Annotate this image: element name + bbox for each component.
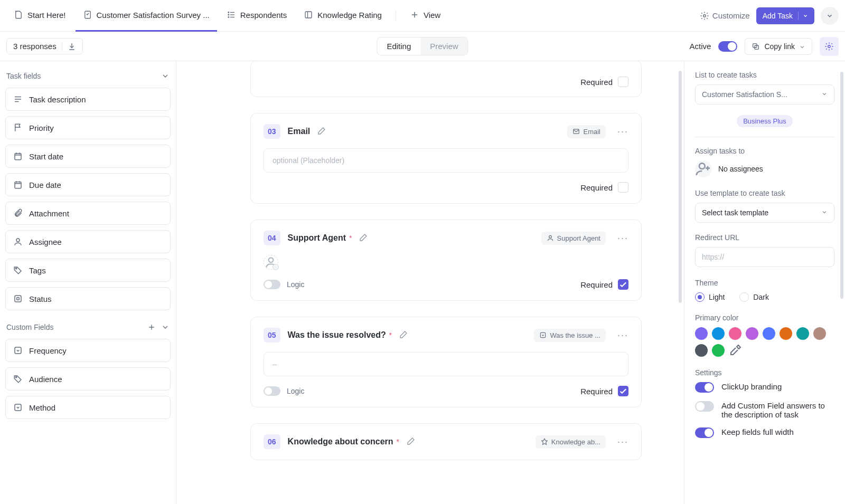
add-task-button[interactable]: Add Task [756, 7, 814, 24]
question-card-issue-resolved[interactable]: 05 Was the issue resolved? * Was the iss… [250, 317, 642, 407]
expand-button[interactable] [821, 7, 839, 25]
scrollbar[interactable] [840, 72, 843, 299]
preview-tab[interactable]: Preview [420, 37, 467, 55]
editing-tab[interactable]: Editing [377, 37, 420, 55]
field-tags[interactable]: Tags [5, 259, 171, 282]
full-width-toggle[interactable] [695, 427, 714, 438]
field-label: Task description [29, 95, 86, 104]
logic-toggle[interactable] [264, 280, 280, 289]
divider [396, 11, 396, 21]
form-canvas: Required 03 Email Email ··· optional (Pl… [176, 61, 684, 504]
cf-description-toggle[interactable] [695, 401, 714, 412]
tab-knowledge-rating[interactable]: Knowledge Rating [296, 0, 389, 32]
more-icon[interactable]: ··· [617, 436, 628, 448]
field-type-chip[interactable]: Email [567, 125, 606, 138]
assignee-select[interactable]: No assignees [695, 160, 834, 177]
svg-rect-10 [15, 182, 21, 188]
theme-light[interactable]: Light [695, 292, 725, 302]
custom-field-frequency[interactable]: Frequency [5, 339, 171, 362]
select-input[interactable]: – [264, 352, 628, 376]
more-icon[interactable]: ··· [617, 126, 628, 137]
field-due-date[interactable]: Due date [5, 173, 171, 196]
edit-icon[interactable] [399, 330, 408, 340]
custom-fields-header[interactable]: Custom Fields [5, 320, 171, 339]
template-select[interactable]: Select task template [695, 203, 834, 223]
theme-dark-label: Dark [753, 293, 769, 301]
plus-icon[interactable] [147, 323, 156, 331]
svg-point-11 [16, 239, 20, 242]
customize-button[interactable]: Customize [700, 11, 750, 21]
tab-label: Knowledge Rating [317, 11, 382, 20]
color-swatch[interactable] [712, 344, 725, 357]
add-view-button[interactable]: View [402, 0, 448, 32]
color-swatch[interactable] [729, 327, 741, 340]
color-swatch[interactable] [796, 327, 809, 340]
task-fields-header[interactable]: Task fields [5, 69, 171, 88]
svg-point-2 [228, 14, 229, 15]
question-card-support-agent[interactable]: 04 Support Agent * Support Agent ··· Log… [250, 220, 642, 301]
field-attachment[interactable]: Attachment [5, 202, 171, 225]
required-checkbox[interactable] [618, 386, 628, 396]
field-type-chip[interactable]: Support Agent [541, 232, 606, 245]
field-start-date[interactable]: Start date [5, 145, 171, 168]
edit-icon[interactable] [317, 127, 326, 137]
chevron-down-icon [799, 43, 805, 50]
color-picker-icon[interactable] [729, 344, 741, 357]
active-toggle[interactable] [718, 41, 737, 52]
required-checkbox[interactable] [618, 182, 628, 193]
question-card-knowledge[interactable]: 06 Knowledge about concern * Knowledge a… [250, 423, 642, 460]
scrollbar[interactable] [679, 71, 682, 303]
mail-icon [572, 128, 580, 135]
color-swatch[interactable] [813, 327, 826, 340]
required-star: * [347, 234, 352, 242]
branding-toggle[interactable] [695, 382, 714, 393]
color-swatch[interactable] [712, 327, 725, 340]
placeholder-input[interactable]: optional (Placeholder) [264, 148, 628, 173]
question-card[interactable]: Required [250, 61, 642, 97]
theme-dark[interactable]: Dark [739, 292, 769, 302]
dropdown-icon [13, 403, 23, 412]
edit-icon[interactable] [359, 233, 368, 243]
edit-icon[interactable] [407, 437, 415, 447]
tab-start-here[interactable]: Start Here! [6, 0, 73, 32]
form-settings-button[interactable] [820, 37, 839, 56]
required-label: Required [580, 280, 613, 289]
question-card-email[interactable]: 03 Email Email ··· optional (Placeholder… [250, 113, 642, 204]
color-swatch[interactable] [763, 327, 775, 340]
list-select[interactable]: Customer Satisfaction S... [695, 84, 834, 104]
chevron-down-icon[interactable] [798, 12, 808, 20]
tab-survey-form[interactable]: Customer Satisfaction Survey ... [76, 0, 217, 32]
redirect-input[interactable]: https:// [695, 247, 834, 267]
setting-custom-field-description: Add Custom Field answers to the descript… [695, 401, 834, 419]
custom-field-method[interactable]: Method [5, 396, 171, 419]
required-checkbox[interactable] [618, 77, 628, 87]
field-type-chip[interactable]: Knowledge ab... [536, 435, 606, 449]
copy-link-button[interactable]: Copy link [745, 38, 812, 55]
more-icon[interactable]: ··· [617, 330, 628, 341]
field-status[interactable]: Status [5, 287, 171, 310]
color-swatch[interactable] [780, 327, 792, 340]
logic-toggle[interactable] [264, 386, 280, 396]
theme-light-label: Light [709, 293, 725, 301]
tab-respondents[interactable]: Respondents [219, 0, 294, 32]
color-swatch[interactable] [746, 327, 758, 340]
color-swatch[interactable] [695, 327, 708, 340]
responses-button[interactable]: 3 responses [6, 38, 83, 54]
field-task-description[interactable]: Task description [5, 88, 171, 111]
svg-point-8 [828, 45, 831, 47]
field-priority[interactable]: Priority [5, 116, 171, 139]
download-button[interactable] [62, 42, 76, 51]
svg-point-3 [228, 17, 229, 18]
custom-field-audience[interactable]: Audience [5, 367, 171, 391]
fields-sidebar: Task fields Task description Priority St… [0, 61, 176, 504]
color-swatch[interactable] [695, 344, 708, 357]
more-icon[interactable]: ··· [617, 233, 628, 244]
plus-icon [410, 10, 419, 20]
field-label: Attachment [29, 209, 69, 218]
field-assignee[interactable]: Assignee [5, 230, 171, 253]
chip-label: Email [583, 128, 600, 136]
field-type-chip[interactable]: Was the issue ... [534, 329, 606, 342]
add-assignee-placeholder[interactable] [264, 255, 278, 270]
add-task-label: Add Task [763, 12, 793, 20]
required-checkbox[interactable] [618, 279, 628, 290]
